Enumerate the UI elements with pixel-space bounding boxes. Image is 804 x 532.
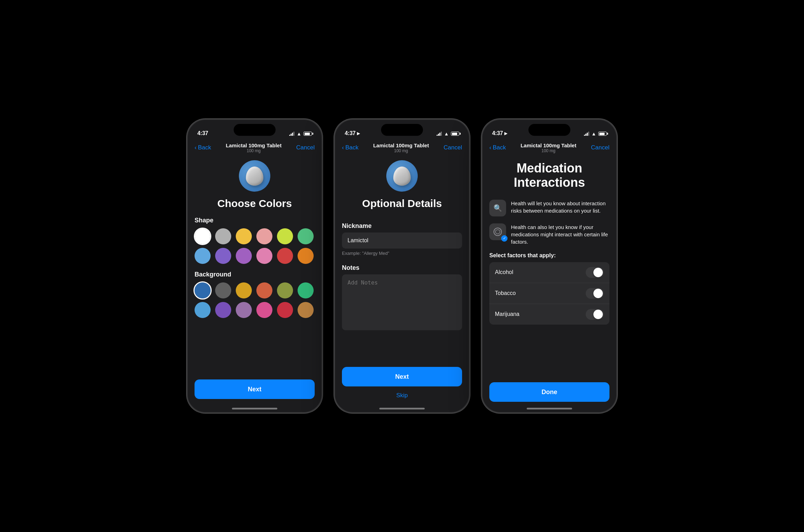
- wifi-icon-3: ▲: [591, 131, 596, 136]
- battery-icon-2: [451, 132, 459, 136]
- pill-icon-1: [239, 160, 270, 192]
- interaction-item-2: ✓ Health can also let you know if your m…: [489, 223, 609, 245]
- status-time-2: 4:37: [345, 130, 356, 136]
- bg-swatch-coral[interactable]: [256, 282, 272, 298]
- status-icons-3: ▲: [584, 131, 607, 136]
- home-indicator-2: [379, 408, 425, 409]
- wifi-icon-2: ▲: [444, 131, 449, 136]
- cancel-button-1[interactable]: Cancel: [296, 144, 315, 151]
- phone-2: 4:37 ▶ ▲ ‹ Back Lamictal 100mg Tablet 10…: [334, 119, 470, 413]
- pill-shape-1: [246, 167, 263, 186]
- shape-swatch-gray[interactable]: [215, 228, 231, 244]
- factor-row-marijuana: Marijuana: [489, 304, 609, 325]
- svg-point-0: [494, 228, 502, 236]
- next-button-2[interactable]: Next: [342, 367, 462, 386]
- status-icons-2: ▲: [437, 131, 459, 136]
- signal-icon-2: [437, 132, 442, 136]
- shape-swatch-orange[interactable]: [298, 248, 314, 264]
- bg-swatch-gold[interactable]: [236, 282, 252, 298]
- back-button-2[interactable]: ‹ Back: [342, 144, 358, 151]
- factor-name-tobacco: Tobacco: [495, 290, 516, 296]
- interaction-item-1: 🔍 Health will let you know about interac…: [489, 200, 609, 216]
- shape-swatch-purple[interactable]: [236, 248, 252, 264]
- bg-swatch-crimson[interactable]: [277, 302, 293, 318]
- dynamic-island: [234, 124, 276, 136]
- background-label: Background: [195, 271, 315, 278]
- cancel-button-2[interactable]: Cancel: [444, 144, 462, 151]
- nav-bar-3: ‹ Back Lamictal 100mg Tablet 100 mg Canc…: [482, 139, 616, 157]
- shape-swatch-yellow-green[interactable]: [277, 228, 293, 244]
- shape-swatch-white[interactable]: [195, 228, 211, 244]
- bg-swatch-dark-blue[interactable]: [195, 282, 211, 298]
- bg-swatch-sky[interactable]: [195, 302, 211, 318]
- nickname-hint: Example: "Allergy Med": [342, 251, 462, 256]
- shape-swatch-light-pink[interactable]: [256, 248, 272, 264]
- skip-button[interactable]: Skip: [342, 389, 462, 402]
- battery-icon-1: [304, 132, 312, 136]
- bg-swatch-olive[interactable]: [277, 282, 293, 298]
- dynamic-island-2: [381, 124, 423, 136]
- bg-swatch-tan[interactable]: [298, 302, 314, 318]
- phone-1: 4:37 ▲ ‹ Back Lamictal 100mg Tablet 100 …: [187, 119, 323, 413]
- shape-swatch-red[interactable]: [277, 248, 293, 264]
- chevron-left-icon-2: ‹: [342, 144, 344, 151]
- notes-label: Notes: [342, 264, 462, 272]
- shape-swatch-pink[interactable]: [256, 228, 272, 244]
- nav-title-3: Lamictal 100mg Tablet 100 mg: [506, 142, 591, 153]
- nickname-label: Nickname: [342, 222, 462, 230]
- interactions-title: Medication Interactions: [489, 161, 609, 190]
- bg-swatch-gray[interactable]: [215, 282, 231, 298]
- interactions-check-icon: ✓: [489, 223, 506, 240]
- screen-content-2: Optional Details Nickname Example: "Alle…: [335, 157, 469, 412]
- shape-swatch-green[interactable]: [298, 228, 314, 244]
- interaction-text-2: Health can also let you know if your med…: [511, 223, 609, 245]
- pill-shape-2: [393, 167, 411, 186]
- factor-name-marijuana: Marijuana: [495, 311, 519, 317]
- notes-input[interactable]: [342, 274, 462, 330]
- bg-swatch-violet[interactable]: [215, 302, 231, 318]
- battery-icon-3: [598, 132, 607, 136]
- interaction-text-1: Health will let you know about interacti…: [511, 200, 609, 214]
- back-button-3[interactable]: ‹ Back: [489, 144, 506, 151]
- factor-row-alcohol: Alcohol: [489, 262, 609, 283]
- chevron-left-icon-1: ‹: [195, 144, 197, 151]
- done-button[interactable]: Done: [489, 382, 609, 402]
- screen-content-3: Medication Interactions 🔍 Health will le…: [482, 157, 616, 412]
- nav-bar-2: ‹ Back Lamictal 100mg Tablet 100 mg Canc…: [335, 139, 469, 157]
- pill-icon-2: [386, 160, 418, 192]
- bg-swatch-hot-pink[interactable]: [256, 302, 272, 318]
- factor-row-tobacco: Tobacco: [489, 283, 609, 304]
- factors-label: Select factors that apply:: [489, 252, 609, 259]
- screen-title-2: Optional Details: [342, 197, 462, 210]
- shape-swatch-purple-blue[interactable]: [215, 248, 231, 264]
- bg-swatch-teal[interactable]: [298, 282, 314, 298]
- nav-bar-1: ‹ Back Lamictal 100mg Tablet 100 mg Canc…: [188, 139, 322, 157]
- shape-swatch-blue[interactable]: [195, 248, 211, 264]
- wifi-icon-1: ▲: [297, 131, 301, 136]
- location-icon-2: ▶: [357, 131, 360, 136]
- home-indicator-3: [527, 408, 572, 409]
- nav-title-1: Lamictal 100mg Tablet 100 mg: [211, 142, 296, 153]
- shape-color-grid: [195, 228, 315, 264]
- shape-swatch-yellow[interactable]: [236, 228, 252, 244]
- location-icon-3: ▶: [504, 131, 507, 136]
- nav-title-2: Lamictal 100mg Tablet 100 mg: [358, 142, 444, 153]
- cancel-button-3[interactable]: Cancel: [591, 144, 609, 151]
- factor-name-alcohol: Alcohol: [495, 269, 513, 275]
- next-button-1[interactable]: Next: [195, 379, 315, 399]
- chevron-left-icon-3: ‹: [489, 144, 491, 151]
- shape-label: Shape: [195, 217, 315, 224]
- toggle-alcohol[interactable]: [586, 267, 604, 278]
- pill-icon-container-1: [195, 160, 315, 192]
- toggle-marijuana[interactable]: [586, 309, 604, 320]
- interactions-svg: [493, 227, 503, 237]
- pill-icon-container-2: [342, 160, 462, 192]
- nickname-input[interactable]: [342, 232, 462, 249]
- signal-icon-3: [584, 132, 589, 136]
- back-button-1[interactable]: ‹ Back: [195, 144, 211, 151]
- toggle-tobacco[interactable]: [586, 288, 604, 299]
- phone-3: 4:37 ▶ ▲ ‹ Back Lamictal 100mg Tablet 10…: [481, 119, 617, 413]
- screen-title-1: Choose Colors: [195, 197, 315, 210]
- bg-swatch-mauve[interactable]: [236, 302, 252, 318]
- home-indicator-1: [232, 408, 277, 409]
